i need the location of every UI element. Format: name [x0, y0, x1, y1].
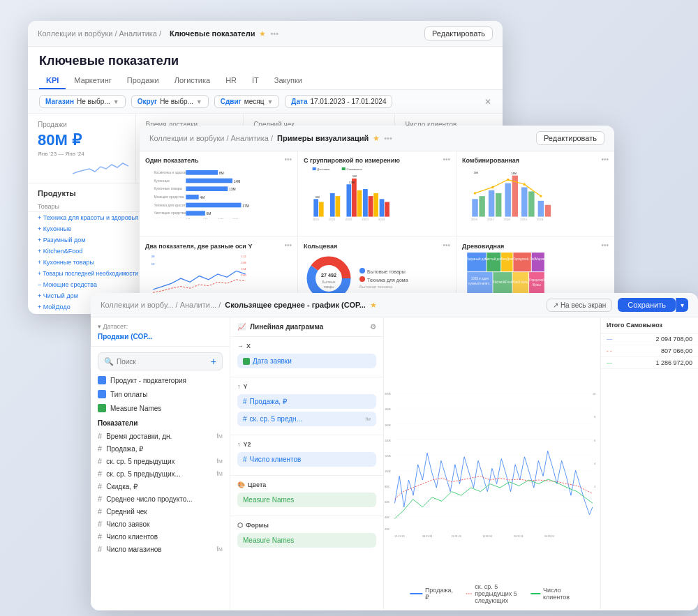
svg-text:1М: 1М	[151, 262, 155, 265]
svg-text:Бытовые: Бытовые	[322, 280, 336, 284]
svg-rect-66	[496, 193, 501, 217]
svg-text:6М: 6М	[315, 195, 320, 199]
district-filter[interactable]: Округ Не выбр... ▼	[131, 95, 209, 108]
metric-ma-prev2[interactable]: # ск. ср. 5 предыдущих... fм	[98, 467, 223, 480]
svg-text:180К: 180К	[385, 407, 391, 411]
svg-text:2024: 2024	[378, 218, 385, 221]
svg-text:200К: 200К	[385, 392, 391, 396]
svg-text:Городской: Городской	[529, 278, 544, 281]
metric-clients[interactable]: # Число клиентов	[98, 530, 223, 543]
save-dropdown-button[interactable]: ▾	[676, 298, 688, 312]
svg-rect-41	[330, 193, 335, 217]
kpi-edit-button[interactable]: Редактировать	[424, 27, 493, 40]
dim-measure-names[interactable]: Measure Names	[91, 401, 230, 415]
svg-text:5М: 5М	[474, 171, 478, 174]
tab-marketing[interactable]: Маркетинг	[67, 73, 118, 89]
tab-purchases[interactable]: Закупки	[267, 73, 309, 89]
viz-cell-combined: Комбинированная ••• 2020 2021 2022 2023 …	[456, 151, 614, 236]
dim-product[interactable]: Продукт - подкатегория	[91, 373, 230, 387]
tab-logistics[interactable]: Логистика	[168, 73, 217, 89]
main-chart-area: 200К 180К 160К 140К 120К 100К 80К 60К 40…	[384, 317, 600, 610]
chart-star-icon[interactable]: ★	[370, 301, 377, 310]
chart-type-selector[interactable]: 📈 Линейная диаграмма ⚙	[230, 317, 383, 337]
svg-rect-67	[505, 183, 510, 217]
metric-delivery-field[interactable]: # Время доставки, дн. fм	[98, 430, 223, 442]
save-button[interactable]: Сохранить	[618, 298, 676, 312]
svg-rect-40	[319, 202, 324, 217]
dim-payment[interactable]: Тип оплаты	[91, 387, 230, 401]
svg-text:19.02.24: 19.02.24	[513, 535, 523, 538]
search-input[interactable]	[117, 358, 208, 366]
svg-rect-70	[528, 191, 534, 216]
y-field-ma[interactable]: # ск. ср. 5 предн... fм	[237, 412, 376, 426]
chart-body: ▾ Датасет: Продажи (СОР... 🔍 + Продукт -…	[91, 317, 698, 610]
svg-text:10М: 10М	[218, 218, 224, 219]
svg-text:10: 10	[593, 392, 595, 396]
svg-rect-65	[489, 190, 494, 217]
search-box[interactable]: 🔍 +	[98, 352, 223, 370]
search-icon: 🔍	[104, 357, 114, 366]
tab-hr[interactable]: HR	[218, 73, 244, 89]
svg-text:2: 2	[594, 485, 595, 488]
svg-text:4: 4	[594, 462, 596, 465]
gear-icon[interactable]: ⚙	[370, 323, 376, 331]
dim-icon-blue2	[98, 390, 106, 398]
svg-text:120К: 120К	[385, 454, 391, 458]
date-filter[interactable]: Дата 17.01.2023 - 17.01.2024	[285, 95, 392, 108]
fullscreen-button[interactable]: ↗ На весь экран	[547, 299, 612, 312]
y2-field-clients[interactable]: # Число клиентов	[237, 452, 376, 467]
svg-rect-69	[521, 187, 527, 216]
legend-ma: ск. ср. 5 предыдущих 5 следующих	[466, 583, 519, 604]
svg-text:Моющие средства: Моющие средства	[154, 195, 184, 199]
dim-icon-blue	[98, 376, 106, 384]
svg-text:Кухонные товары: Кухонные товары	[154, 186, 183, 190]
filter-close-icon[interactable]: ✕	[484, 97, 491, 107]
svg-text:13М: 13М	[229, 187, 236, 191]
svg-text:27 492: 27 492	[321, 272, 336, 278]
color-field[interactable]: Measure Names	[237, 493, 376, 507]
svg-rect-54	[313, 167, 316, 170]
chart-legend: Продажа, ₽ ск. ср. 5 предыдущих 5 следую…	[410, 583, 574, 604]
metric-discount[interactable]: # Скидка, ₽	[98, 480, 223, 493]
shop-filter[interactable]: Магазин Не выбр... ▼	[39, 95, 126, 108]
svg-text:Самовывоз: Самовывоз	[346, 167, 362, 171]
kpi-title: Ключевые показатели	[28, 47, 503, 73]
tab-it[interactable]: IT	[245, 73, 266, 89]
svg-rect-47	[369, 196, 373, 216]
viz-cell-one-metric: Один показатель ••• Косметика и здоровье…	[140, 151, 297, 236]
tab-kpi[interactable]: KPI	[39, 73, 66, 89]
metric-avg-products[interactable]: # Среднее число продукто...	[98, 493, 223, 505]
svg-point-74	[491, 186, 493, 188]
summary-row-2: - - 807 066,00	[601, 345, 698, 357]
svg-text:Kitchen&Food: Kitchen&Food	[493, 280, 513, 283]
svg-text:22.01.24: 22.01.24	[452, 535, 461, 538]
shift-filter[interactable]: Сдвиг месяц ▼	[214, 95, 280, 108]
svg-text:6М: 6М	[207, 211, 211, 216]
svg-text:08.01.24: 08.01.24	[422, 535, 432, 538]
svg-text:40К: 40К	[385, 516, 389, 519]
y-field-sales[interactable]: # Продажа, ₽	[237, 394, 376, 409]
legend-sales: Продажа, ₽	[410, 587, 454, 601]
chart-breadcrumb: Коллекции и ворбу... / Аналити... /	[101, 301, 221, 309]
add-field-button[interactable]: +	[211, 356, 216, 367]
svg-text:Косметика и здоровье: Косметика и здоровье	[154, 170, 191, 174]
chart-type-label: Линейная диаграмма	[250, 323, 323, 331]
forms-field[interactable]: Measure Names	[237, 533, 376, 548]
metric-shops[interactable]: # Число магазинов fм	[98, 543, 223, 555]
svg-text:21.12.23: 21.12.23	[395, 535, 405, 538]
svg-rect-18	[186, 186, 228, 191]
svg-text:8: 8	[594, 415, 595, 419]
svg-rect-49	[380, 199, 385, 216]
metric-ma-prev[interactable]: # ск. ср. 5 предыдущих fм	[98, 455, 223, 467]
svg-text:2.40: 2.40	[242, 273, 246, 276]
svg-text:Хлеб-соль: Хлеб-соль	[512, 280, 528, 283]
x-field[interactable]: Дата заявки	[237, 354, 376, 368]
viz-edit-button[interactable]: Редактировать	[536, 131, 604, 145]
svg-text:1.12: 1.12	[242, 255, 246, 258]
metric-orders[interactable]: # Число заявок	[98, 518, 223, 530]
tab-sales[interactable]: Продажи	[120, 73, 166, 89]
metric-avg-check[interactable]: # Средний чек	[98, 505, 223, 518]
metric-sales-field[interactable]: # Продажа, ₽	[98, 442, 223, 455]
svg-text:140К: 140К	[385, 439, 391, 442]
svg-text:80К: 80К	[385, 485, 389, 488]
